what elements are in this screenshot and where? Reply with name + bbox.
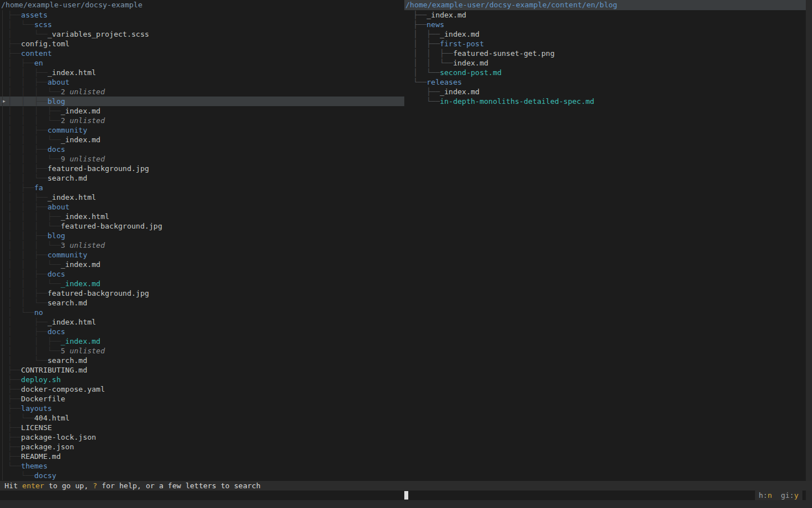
tree-row[interactable]: │ │ ├──_index.md (0, 336, 404, 346)
tree-row[interactable]: │ │ ├──blog (0, 231, 404, 240)
tree-row[interactable]: └──docsy (0, 471, 404, 480)
file-name: LICENSE (21, 423, 52, 432)
file-name: search.md (47, 356, 87, 365)
branch-lines: │ │ │ └── (3, 241, 61, 249)
left-panel: /home/example-user/docsy-example ├──asse… (0, 0, 404, 480)
left-file-tree: ├──assets │ └──scss │ └──_variables_proj… (0, 10, 404, 480)
file-name: _index.html (47, 193, 96, 202)
right-command-input[interactable]: h:n gi:y (404, 491, 812, 500)
tree-row[interactable]: │ │ │ └──_index.md (0, 260, 404, 269)
branch-lines: │ │ ├── (413, 49, 453, 58)
tree-row[interactable]: │ │ ├──community (0, 250, 404, 260)
tree-row[interactable]: ├──package-lock.json (0, 432, 404, 442)
tree-row[interactable]: │ │ ├──blog▶ (0, 97, 404, 106)
tree-row[interactable]: │ │ ├──about (0, 77, 404, 87)
tree-row[interactable]: │ │ │ └──featured-background.jpg (0, 221, 404, 231)
tree-row[interactable]: ├──package.json (0, 442, 404, 452)
scrollbar-gutter[interactable] (806, 0, 812, 500)
tree-row[interactable]: │ ├──first-post (404, 39, 806, 49)
file-name: deploy.sh (21, 375, 60, 384)
branch-lines: │ │ ├── (3, 193, 47, 202)
branch-lines: ├── (413, 20, 426, 29)
tree-row[interactable]: ├──news (404, 20, 806, 29)
tree-row[interactable]: ├──Dockerfile (0, 394, 404, 404)
branch-lines: │ │ │ ├── (3, 107, 61, 115)
file-name: config.toml (21, 40, 69, 48)
tree-row[interactable]: │ └──second-post.md (404, 68, 806, 77)
text-cursor-icon (404, 491, 408, 500)
tree-row[interactable]: │ │ ├──_index.html (0, 68, 404, 77)
tree-row[interactable]: │ ├──fa (0, 183, 404, 192)
tree-row[interactable]: │ │ │ └──2 unlisted (0, 116, 404, 125)
tree-row[interactable]: │ │ └──5 unlisted (0, 346, 404, 356)
left-panel-root-path[interactable]: /home/example-user/docsy-example (0, 0, 404, 10)
tree-row[interactable]: │ └──404.html (0, 413, 404, 423)
tree-row[interactable]: ├──_index.md (404, 87, 806, 97)
branch-lines: │ │ │ └── (3, 279, 61, 288)
branch-lines: ├── (3, 443, 21, 451)
tree-row[interactable]: └──in-depth-monoliths-detailed-spec.md (404, 97, 806, 106)
file-name: _index.md (440, 87, 479, 96)
tree-row[interactable]: │ │ │ ├──_index.md (0, 106, 404, 116)
dir-name: community (47, 126, 87, 134)
right-panel-root-path[interactable]: /home/example-user/docsy-example/content… (404, 0, 806, 10)
tree-row[interactable]: ├──README.md (0, 452, 404, 461)
tree-row[interactable]: │ ├──en (0, 58, 404, 68)
tree-row[interactable]: ├──LICENSE (0, 423, 404, 432)
tree-row[interactable]: │ │ └──search.md (0, 173, 404, 183)
tree-row[interactable]: ├──layouts (0, 404, 404, 413)
tree-row[interactable]: │ │ └──search.md (0, 298, 404, 308)
tree-row[interactable]: ├──deploy.sh (0, 375, 404, 384)
tree-row[interactable]: │ ├──_index.md (404, 29, 806, 39)
dir-name: about (47, 203, 69, 211)
tree-row[interactable]: ├──_index.md (404, 10, 806, 20)
tree-row[interactable]: │ │ ├──featured-background.jpg (0, 288, 404, 298)
tree-row[interactable]: │ │ │ └──3 unlisted (0, 240, 404, 250)
tree-row[interactable]: │ │ ├──docs (0, 144, 404, 154)
tree-row[interactable]: │ │ │ ├──_index.html (0, 212, 404, 221)
tree-row[interactable]: │ └──no (0, 308, 404, 317)
branch-lines: │ └── (3, 356, 47, 365)
tree-row[interactable]: │ │ ├──docs (0, 269, 404, 279)
tree-row[interactable]: ├──config.toml (0, 39, 404, 49)
branch-lines: ├── (3, 375, 21, 384)
tree-row[interactable]: │ │ └──index.md (404, 58, 806, 68)
right-panel: /home/example-user/docsy-example/content… (404, 0, 806, 106)
dir-name: releases (426, 78, 462, 86)
tree-row[interactable]: │ │ ├──_index.html (0, 192, 404, 202)
status-text: for help, or a few letters to search (97, 481, 261, 490)
tree-row[interactable]: │ │ │ └──9 unlisted (0, 154, 404, 164)
branch-lines: │ ├── (3, 327, 47, 336)
tree-row[interactable]: │ │ ├──featured-background.jpg (0, 164, 404, 173)
tree-row[interactable]: └──releases (404, 77, 806, 87)
tree-row[interactable]: │ │ ├──about (0, 202, 404, 212)
tree-row[interactable]: │ ├──docs (0, 327, 404, 336)
tree-row[interactable]: │ └──search.md (0, 356, 404, 365)
tree-row[interactable]: ├──content (0, 49, 404, 58)
tree-row[interactable]: │ │ ├──featured-sunset-get.png (404, 49, 806, 58)
tree-row[interactable]: │ │ │ └──2 unlisted (0, 87, 404, 97)
dir-name: layouts (21, 404, 52, 413)
file-name: featured-background.jpg (61, 222, 162, 230)
tree-row[interactable]: │ │ │ └──_index.md (0, 279, 404, 288)
tree-row[interactable]: │ │ ├──community (0, 125, 404, 135)
branch-lines: │ │ ├── (3, 203, 47, 211)
file-name: package-lock.json (21, 433, 96, 441)
branch-lines: ├── (3, 11, 21, 19)
left-command-input[interactable]: :e (0, 491, 404, 500)
file-name: second-post.md (440, 68, 502, 77)
tree-row[interactable]: ├──CONTRIBUTING.md (0, 365, 404, 375)
tree-row[interactable]: ├──docker-compose.yaml (0, 384, 404, 394)
tree-row[interactable]: ├──assets (0, 10, 404, 20)
tree-row[interactable]: │ │ │ └──_index.md (0, 135, 404, 144)
tree-row[interactable]: │ └──scss (0, 20, 404, 29)
branch-lines: │ │ ├── (3, 68, 47, 77)
branch-lines: │ │ │ ├── (3, 212, 61, 221)
tree-row[interactable]: │ ├──_index.html (0, 317, 404, 327)
tree-row[interactable]: └──themes (0, 461, 404, 471)
flag-label: h: (759, 491, 768, 500)
branch-lines: │ ├── (413, 30, 440, 38)
tree-row[interactable]: │ └──_variables_project.scss (0, 29, 404, 39)
bottom-band (0, 500, 812, 508)
branch-lines: ├── (3, 366, 21, 374)
